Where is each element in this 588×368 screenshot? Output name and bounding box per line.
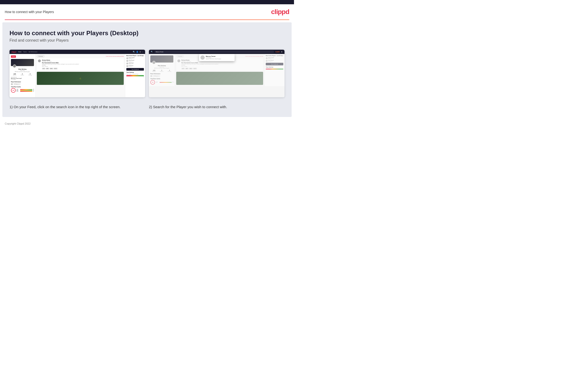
following-row: Following ▾ Control who can see your act… xyxy=(37,55,124,57)
player-activities-1: Activities: 7 xyxy=(129,58,135,59)
player-row-2: Piers Parnell Activities: 4 xyxy=(126,60,144,62)
mock-center-panel: Following ▾ Control who can see your act… xyxy=(36,54,125,97)
profile-banner xyxy=(11,59,34,66)
screenshots-row: clippd Home Teams My Performance 🔍 👤 ⚙ ○ xyxy=(9,50,284,97)
profile-info: Blair McHarg Golf Coach Mill Ride Golf C… xyxy=(11,68,34,72)
stats-row-2: 129 Activities 3 Followers 4 Following xyxy=(150,70,173,72)
quality-score: 84 xyxy=(11,88,16,93)
player-avatar xyxy=(11,83,13,85)
mock-right-2: Most Active Players - Last 30 days Richa… xyxy=(264,54,284,86)
search-result-card[interactable]: Marcus Turner 1-5 Handicap Cypress Point… xyxy=(199,54,235,61)
logo: clippd xyxy=(271,8,289,16)
heatmap-title: Team Heatmap xyxy=(126,72,144,73)
caption-2: 2) Search for the Player you wish to con… xyxy=(149,102,284,112)
player-info-1: Richard Butler Activities: 7 xyxy=(129,57,135,59)
player-performance-label-2: Player Performance xyxy=(150,73,173,74)
player-activities-2: Activities: 4 xyxy=(129,61,134,62)
mock-body-1: Feed Blair McHarg Golf Coach Mill Ride G… xyxy=(9,54,145,97)
golf-image: ⛳ xyxy=(37,72,124,85)
player-avatar-1 xyxy=(126,57,128,59)
control-link[interactable]: Control who can see your activity and da… xyxy=(106,56,124,57)
screenshot-2: 🔍 Marcus Turner CLEAR ✕ xyxy=(149,50,284,97)
mock-app-1: clippd Home Teams My Performance 🔍 👤 ⚙ ○ xyxy=(9,50,145,97)
tag-app: APP xyxy=(46,68,49,69)
avatar-2 xyxy=(152,61,156,64)
player-select[interactable]: Eli Vincent ▾ xyxy=(13,83,21,85)
search-text: Marcus Turner xyxy=(156,51,163,53)
mock-nav-home[interactable]: Home xyxy=(18,51,21,53)
mock-nav-teams[interactable]: Teams xyxy=(23,51,27,53)
activity-desc: Walking the course with my coach to buil… xyxy=(42,64,79,65)
search-icon[interactable]: 🔍 xyxy=(133,51,135,53)
player-avatar-2 xyxy=(126,60,128,62)
player-info-4: Eli Vincent Activities: 1 xyxy=(129,65,133,67)
total-quality-label-2: Total Player Quality xyxy=(150,78,173,79)
chevron-down-icon: ▾ xyxy=(19,83,20,85)
player-row-4: Eli Vincent Activities: 1 xyxy=(126,65,144,67)
feed-tab[interactable]: Feed xyxy=(11,55,16,58)
mock-nav-performance[interactable]: My Performance xyxy=(29,51,37,53)
quality-display: 84 OTT 79 APP 70 xyxy=(11,88,34,93)
quality-bars: OTT 79 APP 70 ARG xyxy=(17,89,34,92)
hero-title: How to connect with your Players (Deskto… xyxy=(9,29,284,37)
player-dropdown-2: Eli Vincent ▾ xyxy=(150,75,173,77)
activity-person-avatar xyxy=(38,59,41,62)
heatmap-scale: -5+5 xyxy=(126,77,144,77)
clear-button[interactable]: CLEAR xyxy=(275,51,280,53)
header-divider xyxy=(5,19,289,20)
settings-icon[interactable]: ⚙ xyxy=(139,51,141,53)
result-row: Marcus Turner 1-5 Handicap Cypress Point… xyxy=(201,55,233,60)
tag-ott: OTT xyxy=(42,68,45,69)
total-quality-label: Total Player Quality xyxy=(11,86,34,87)
activity-details: Richard Butler Yesterday · The Grove Pre… xyxy=(42,59,79,69)
close-icon[interactable]: ✕ xyxy=(281,51,283,53)
player-row-3: Hiral Pujara Activities: 3 xyxy=(126,62,144,64)
stat-activities: 129 Activities xyxy=(13,73,16,76)
caption-1: 1) On your Feed, click on the search ico… xyxy=(9,102,145,112)
captions-row: 1) On your Feed, click on the search ico… xyxy=(9,102,284,112)
player-performance-label: Player Performance xyxy=(11,81,34,83)
search-icon-2: 🔍 xyxy=(151,51,153,53)
activity-card: Richard Butler Yesterday · The Grove Pre… xyxy=(37,58,124,71)
search-input-area[interactable]: Marcus Turner xyxy=(154,51,274,53)
most-active-title: Most Active Players - Last 30 days xyxy=(126,55,144,56)
mock-left-2: Blair McHarg Golf Coach Mill Ride Golf C… xyxy=(149,54,175,86)
result-info: Marcus Turner 1-5 Handicap Cypress Point… xyxy=(206,56,221,59)
profile-info-2: Blair McHarg Golf Coach Mill Ride Golf C… xyxy=(150,65,173,69)
player-info-3: Hiral Pujara Activities: 3 xyxy=(129,62,134,64)
profile-banner-2 xyxy=(150,55,173,63)
latest-date: 27 Jul 2022 xyxy=(11,79,34,80)
avatar xyxy=(13,64,16,68)
mock-nav-1: clippd Home Teams My Performance 🔍 👤 ⚙ ○ xyxy=(9,50,145,54)
mock-search-bar: 🔍 Marcus Turner CLEAR ✕ xyxy=(149,50,284,54)
player-name: Eli Vincent xyxy=(14,83,19,85)
page-title: How to connect with your Players xyxy=(5,10,54,14)
stat-following: 4 Following xyxy=(28,73,32,76)
stats-row: 129 Activities 3 Followers 4 Following xyxy=(11,73,34,76)
heatmap-section: Team Heatmap Player Quality · 20 Round T… xyxy=(126,72,144,77)
user-icon[interactable]: 👤 xyxy=(136,51,139,53)
player-activities-3: Activities: 3 xyxy=(129,64,134,64)
following-btn[interactable]: Following ▾ xyxy=(37,55,44,57)
mock-left-panel: Feed Blair McHarg Golf Coach Mill Ride G… xyxy=(9,54,36,97)
tag-putt: PUTT xyxy=(54,68,57,69)
arg-row: ARG 64 xyxy=(17,91,34,92)
duration-value: 02 hr : 00 min xyxy=(42,66,79,67)
heatmap-sub: Player Quality · 20 Round Trend xyxy=(126,74,144,75)
team-dashboard-btn[interactable]: Team Dashboard xyxy=(126,68,144,71)
activity-tags: OTT APP ARG PUTT xyxy=(42,68,79,69)
avatar-icon[interactable]: ○ xyxy=(142,51,143,53)
mock-nav-icons: 🔍 👤 ⚙ ○ xyxy=(133,51,143,53)
player-avatar-3 xyxy=(126,63,128,64)
result-club: Cypress Point Club, United Kingdom xyxy=(206,58,221,59)
top-bar xyxy=(0,0,294,4)
quality-display-2: 84 OTT 79 xyxy=(150,80,173,85)
golf-image-2 xyxy=(176,72,263,85)
hero-subtitle: Find and connect with your Players xyxy=(9,38,284,43)
player-avatar-4 xyxy=(126,65,128,67)
player-dropdown: Eli Vincent ▾ xyxy=(11,83,34,85)
copyright: Copyright Clippd 2022 xyxy=(5,122,31,125)
footer: Copyright Clippd 2022 xyxy=(0,119,294,128)
profile-club: Mill Ride Golf Club, United Kingdom xyxy=(11,71,34,72)
mock-app-2: 🔍 Marcus Turner CLEAR ✕ xyxy=(149,50,284,97)
